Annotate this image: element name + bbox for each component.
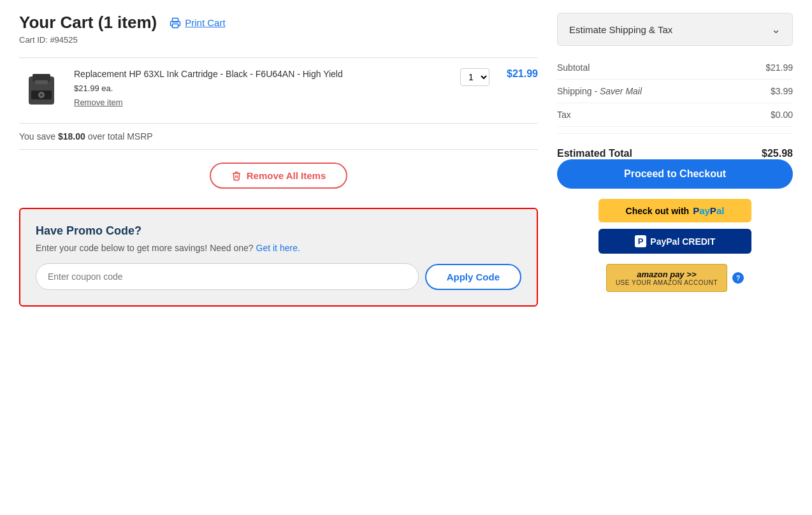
cart-item-row: Replacement HP 63XL Ink Cartridge - Blac… (19, 57, 538, 123)
ink-cartridge-icon (22, 71, 61, 110)
amazon-pay-top: amazon pay >> (637, 270, 697, 279)
item-details: Replacement HP 63XL Ink Cartridge - Blac… (74, 68, 450, 107)
tax-value: $0.00 (771, 110, 793, 120)
remove-all-container: Remove All Items (19, 149, 538, 201)
amazon-pay-section: amazon pay >> USE YOUR AMAZON ACCOUNT ? (606, 264, 744, 292)
estimate-shipping-header[interactable]: Estimate Shipping & Tax ⌄ (557, 13, 793, 46)
subtotal-row: Subtotal $21.99 (557, 56, 793, 80)
svg-rect-1 (173, 24, 178, 27)
remove-all-label: Remove All Items (247, 170, 326, 181)
savings-row: You save $18.00 over total MSRP (19, 123, 538, 149)
estimated-total-row: Estimated Total $25.98 (557, 140, 793, 159)
cart-title: Your Cart (1 item) (19, 13, 157, 33)
paypal-checkout-button[interactable]: Check out with PayPal (598, 199, 751, 222)
paypal-brand: PayPal (693, 205, 724, 216)
proceed-to-checkout-button[interactable]: Proceed to Checkout (557, 159, 793, 189)
savings-amount: $18.00 (58, 131, 85, 141)
shipping-method: Saver Mail (600, 86, 642, 96)
promo-subtitle: Enter your code below to get more saving… (36, 243, 521, 253)
promo-title: Have Promo Code? (36, 224, 521, 238)
cart-header: Your Cart (1 item) Print Cart (19, 13, 538, 33)
amazon-pay-label: amazon pay (637, 270, 684, 279)
item-image (19, 68, 64, 113)
cart-id: Cart ID: #94525 (19, 35, 538, 45)
quantity-selector[interactable]: 1 2 3 4 5 (460, 68, 489, 86)
promo-subtitle-text: Enter your code below to get more saving… (36, 243, 256, 253)
print-cart-label: Print Cart (185, 17, 225, 28)
shipping-label: Shipping - Saver Mail (557, 86, 642, 96)
amazon-pay-help-icon[interactable]: ? (732, 272, 744, 284)
subtotal-label: Subtotal (557, 62, 590, 73)
print-cart-link[interactable]: Print Cart (170, 17, 225, 29)
tax-label: Tax (557, 110, 571, 120)
quantity-select[interactable]: 1 2 3 4 5 (460, 68, 489, 86)
subtotal-value: $21.99 (765, 62, 793, 73)
svg-rect-7 (35, 80, 48, 84)
amazon-pay-button[interactable]: amazon pay >> USE YOUR AMAZON ACCOUNT (606, 264, 727, 292)
summary-divider (557, 133, 793, 134)
promo-input-row: Apply Code (36, 263, 521, 290)
tax-row: Tax $0.00 (557, 103, 793, 127)
estimated-total-label: Estimated Total (557, 148, 632, 159)
amazon-pay-sub-label: USE YOUR AMAZON ACCOUNT (616, 279, 718, 286)
amazon-pay-arrows: >> (687, 270, 697, 279)
chevron-down-icon: ⌄ (771, 22, 781, 36)
trash-icon (231, 171, 242, 181)
promo-section: Have Promo Code? Enter your code below t… (19, 208, 538, 307)
printer-icon (170, 17, 181, 29)
sidebar: Estimate Shipping & Tax ⌄ Subtotal $21.9… (557, 13, 793, 307)
promo-get-code-link[interactable]: Get it here. (256, 243, 300, 253)
apply-code-button[interactable]: Apply Code (425, 264, 521, 290)
item-total-price: $21.99 (500, 68, 538, 80)
svg-point-6 (40, 94, 43, 96)
shipping-row: Shipping - Saver Mail $3.99 (557, 80, 793, 103)
savings-prefix: You save (19, 131, 58, 141)
remove-all-button[interactable]: Remove All Items (210, 163, 348, 189)
estimated-total-value: $25.98 (762, 148, 793, 159)
payment-options: Check out with PayPal P PayPal CREDIT am… (557, 199, 793, 292)
shipping-value: $3.99 (771, 86, 793, 96)
estimate-shipping-label: Estimate Shipping & Tax (569, 24, 672, 35)
savings-suffix: over total MSRP (85, 131, 153, 141)
paypal-credit-label: PayPal CREDIT (650, 236, 715, 247)
paypal-checkout-label: Check out with (626, 206, 690, 216)
paypal-credit-p-icon: P (635, 235, 647, 247)
remove-item-link[interactable]: Remove item (74, 98, 123, 107)
item-price-each: $21.99 ea. (74, 83, 450, 93)
paypal-credit-button[interactable]: P PayPal CREDIT (598, 229, 751, 254)
main-content: Your Cart (1 item) Print Cart Cart ID: #… (19, 13, 538, 307)
item-name: Replacement HP 63XL Ink Cartridge - Blac… (74, 68, 450, 81)
coupon-code-input[interactable] (36, 263, 419, 290)
